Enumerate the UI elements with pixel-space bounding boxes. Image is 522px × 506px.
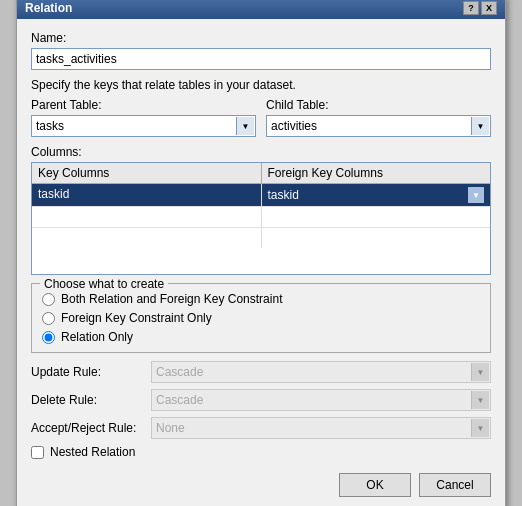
parent-table-col: Parent Table: tasks ▼: [31, 98, 256, 137]
foreign-key-cell-empty: [262, 207, 491, 227]
choose-group: Choose what to create Both Relation and …: [31, 283, 491, 353]
key-columns-header: Key Columns: [32, 163, 262, 183]
key-cell-empty2: [32, 228, 262, 248]
dialog-title: Relation: [25, 1, 72, 15]
parent-table-dropdown-wrap: tasks ▼: [31, 115, 256, 137]
ok-button[interactable]: OK: [339, 473, 411, 497]
radio-row-relation: Relation Only: [42, 330, 480, 344]
radio-row-fk: Foreign Key Constraint Only: [42, 311, 480, 325]
radio-both[interactable]: [42, 293, 55, 306]
accept-reject-rule-label: Accept/Reject Rule:: [31, 421, 151, 435]
table-row-empty: [32, 207, 490, 228]
columns-label: Columns:: [31, 145, 491, 159]
foreign-key-value: taskid: [268, 188, 469, 202]
parent-table-label: Parent Table:: [31, 98, 256, 112]
key-cell-empty: [32, 207, 262, 227]
title-bar: Relation ? X: [17, 0, 505, 19]
radio-relation-only[interactable]: [42, 331, 55, 344]
button-row: OK Cancel: [31, 469, 491, 497]
delete-rule-select-wrap: Cascade ▼: [151, 389, 491, 411]
foreign-key-columns-header: Foreign Key Columns: [262, 163, 491, 183]
delete-rule-row: Delete Rule: Cascade ▼: [31, 389, 491, 411]
table-row[interactable]: taskid taskid ▼: [32, 184, 490, 207]
delete-rule-select: Cascade: [151, 389, 491, 411]
accept-reject-rule-select-wrap: None ▼: [151, 417, 491, 439]
columns-table: Key Columns Foreign Key Columns taskid t…: [31, 162, 491, 275]
table-selection: Parent Table: tasks ▼ Child Table: activ…: [31, 98, 491, 137]
child-table-select[interactable]: activities: [266, 115, 491, 137]
columns-header: Key Columns Foreign Key Columns: [32, 163, 490, 184]
cell-dropdown-arrow-icon[interactable]: ▼: [468, 187, 484, 203]
nested-relation-checkbox[interactable]: [31, 446, 44, 459]
update-rule-select: Cascade: [151, 361, 491, 383]
relation-dialog: Relation ? X Name: Specify the keys that…: [16, 0, 506, 506]
nested-relation-label: Nested Relation: [50, 445, 135, 459]
columns-section: Columns: Key Columns Foreign Key Columns…: [31, 145, 491, 275]
cancel-button[interactable]: Cancel: [419, 473, 491, 497]
description-text: Specify the keys that relate tables in y…: [31, 78, 491, 92]
update-rule-select-wrap: Cascade ▼: [151, 361, 491, 383]
nested-relation-row: Nested Relation: [31, 445, 491, 459]
columns-body: taskid taskid ▼: [32, 184, 490, 274]
help-button[interactable]: ?: [463, 1, 479, 15]
delete-rule-label: Delete Rule:: [31, 393, 151, 407]
child-table-col: Child Table: activities ▼: [266, 98, 491, 137]
choose-legend: Choose what to create: [40, 277, 168, 291]
radio-fk-only[interactable]: [42, 312, 55, 325]
radio-relation-only-label: Relation Only: [61, 330, 133, 344]
title-bar-buttons: ? X: [463, 1, 497, 15]
child-table-dropdown-wrap: activities ▼: [266, 115, 491, 137]
update-rule-row: Update Rule: Cascade ▼: [31, 361, 491, 383]
radio-fk-only-label: Foreign Key Constraint Only: [61, 311, 212, 325]
table-row-empty2: [32, 228, 490, 248]
foreign-key-cell-empty2: [262, 228, 491, 248]
child-table-label: Child Table:: [266, 98, 491, 112]
radio-both-label: Both Relation and Foreign Key Constraint: [61, 292, 282, 306]
name-label: Name:: [31, 31, 491, 45]
parent-table-select[interactable]: tasks: [31, 115, 256, 137]
accept-reject-rule-row: Accept/Reject Rule: None ▼: [31, 417, 491, 439]
key-cell: taskid: [32, 184, 262, 206]
update-rule-label: Update Rule:: [31, 365, 151, 379]
close-button[interactable]: X: [481, 1, 497, 15]
accept-reject-rule-select: None: [151, 417, 491, 439]
dialog-body: Name: Specify the keys that relate table…: [17, 19, 505, 506]
radio-row-both: Both Relation and Foreign Key Constraint: [42, 292, 480, 306]
foreign-key-cell: taskid ▼: [262, 184, 491, 206]
name-input[interactable]: [31, 48, 491, 70]
